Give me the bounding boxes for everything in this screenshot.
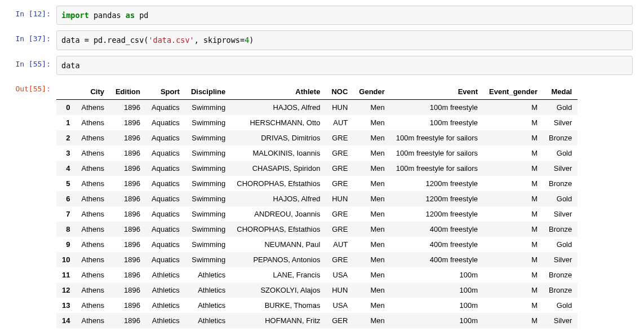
table-cell: 100m freestyle for sailors <box>390 145 483 161</box>
table-row: 7Athens1896AquaticsSwimmingANDREOU, Joan… <box>56 206 578 222</box>
table-cell: 1896 <box>110 222 146 237</box>
table-cell: Men <box>353 130 390 145</box>
table-cell: Athens <box>75 176 109 191</box>
table-cell: M <box>483 99 543 115</box>
table-cell: 100m <box>390 283 483 298</box>
table-cell: HAJOS, Alfred <box>231 99 326 115</box>
table-row-index: 3 <box>56 145 75 161</box>
table-column-header: Edition <box>110 84 146 100</box>
table-row: 14Athens1896AthleticsAthleticsHOFMANN, F… <box>56 313 578 328</box>
table-cell: M <box>483 298 543 313</box>
table-cell: Men <box>353 237 390 252</box>
table-cell: Athletics <box>185 313 231 328</box>
table-row-index: 0 <box>56 99 75 115</box>
table-row: 3Athens1896AquaticsSwimmingMALOKINIS, Io… <box>56 145 578 161</box>
table-cell: 1896 <box>110 115 146 130</box>
table-cell: Men <box>353 99 390 115</box>
input-prompt: In [37]: <box>11 30 56 50</box>
table-cell: GRE <box>326 252 353 267</box>
table-cell: Athens <box>75 130 109 145</box>
table-cell: Athens <box>75 252 109 267</box>
table-cell: Men <box>353 283 390 298</box>
table-cell: Men <box>353 252 390 267</box>
table-cell: Aquatics <box>146 252 185 267</box>
table-cell: CHOROPHAS, Efstathios <box>231 222 326 237</box>
table-cell: Men <box>353 222 390 237</box>
table-cell: Bronze <box>543 283 578 298</box>
table-cell: 1896 <box>110 99 146 115</box>
table-cell: Silver <box>543 161 578 176</box>
table-cell: Athens <box>75 161 109 176</box>
table-cell: PEPANOS, Antonios <box>231 252 326 267</box>
table-row: 1Athens1896AquaticsSwimmingHERSCHMANN, O… <box>56 115 578 130</box>
table-cell: Gold <box>543 237 578 252</box>
table-column-header: Medal <box>543 84 578 100</box>
table-cell: 100m freestyle for sailors <box>390 161 483 176</box>
table-row-index: 6 <box>56 191 75 206</box>
table-cell: Bronze <box>543 176 578 191</box>
table-cell: 100m freestyle <box>390 99 483 115</box>
table-cell: 1896 <box>110 145 146 161</box>
table-cell: Gold <box>543 298 578 313</box>
table-cell: Swimming <box>185 130 231 145</box>
table-row: 12Athens1896AthleticsAthleticsSZOKOLYI, … <box>56 283 578 298</box>
table-cell: M <box>483 176 543 191</box>
table-cell: Athletics <box>146 298 185 313</box>
table-cell: Gold <box>543 145 578 161</box>
table-cell: 100m <box>390 267 483 283</box>
table-row: 9Athens1896AquaticsSwimmingNEUMANN, Paul… <box>56 237 578 252</box>
table-row-index: 11 <box>56 267 75 283</box>
input-prompt: In [12]: <box>11 6 56 25</box>
table-cell: Athletics <box>146 283 185 298</box>
table-cell: 100m <box>390 313 483 328</box>
dataframe-table: CityEditionSportDisciplineAthleteNOCGend… <box>56 84 578 328</box>
table-cell: GRE <box>326 161 353 176</box>
table-cell: Athletics <box>146 267 185 283</box>
table-cell: 1200m freestyle <box>390 176 483 191</box>
table-cell: Athens <box>75 206 109 222</box>
table-column-header: City <box>75 84 109 100</box>
table-cell: Aquatics <box>146 130 185 145</box>
table-cell: 1896 <box>110 237 146 252</box>
table-cell: 1896 <box>110 130 146 145</box>
table-cell: HAJOS, Alfred <box>231 191 326 206</box>
code-input[interactable]: data = pd.read_csv('data.csv', skiprows=… <box>56 30 633 50</box>
table-row-index: 9 <box>56 237 75 252</box>
table-cell: Silver <box>543 206 578 222</box>
table-cell: Athletics <box>185 283 231 298</box>
table-row: 10Athens1896AquaticsSwimmingPEPANOS, Ant… <box>56 252 578 267</box>
code-input[interactable]: data <box>56 56 633 75</box>
table-cell: CHASAPIS, Spiridon <box>231 161 326 176</box>
table-cell: M <box>483 283 543 298</box>
table-cell: Swimming <box>185 161 231 176</box>
table-row-index: 1 <box>56 115 75 130</box>
table-column-header: Event_gender <box>483 84 543 100</box>
table-cell: 100m freestyle <box>390 115 483 130</box>
table-column-header: Athlete <box>231 84 326 100</box>
table-cell: USA <box>326 298 353 313</box>
table-cell: HUN <box>326 191 353 206</box>
table-cell: 1896 <box>110 267 146 283</box>
table-cell: 1896 <box>110 252 146 267</box>
table-row-index: 8 <box>56 222 75 237</box>
table-row: 8Athens1896AquaticsSwimmingCHOROPHAS, Ef… <box>56 222 578 237</box>
table-cell: Men <box>353 161 390 176</box>
table-cell: Swimming <box>185 99 231 115</box>
table-row: 0Athens1896AquaticsSwimmingHAJOS, Alfred… <box>56 99 578 115</box>
table-cell: Aquatics <box>146 115 185 130</box>
table-index-header <box>56 84 75 100</box>
table-cell: BURKE, Thomas <box>231 298 326 313</box>
table-cell: Swimming <box>185 145 231 161</box>
code-input[interactable]: import pandas as pd <box>56 6 633 25</box>
table-row-index: 2 <box>56 130 75 145</box>
table-cell: M <box>483 206 543 222</box>
table-row: 13Athens1896AthleticsAthleticsBURKE, Tho… <box>56 298 578 313</box>
table-cell: 1200m freestyle <box>390 206 483 222</box>
table-cell: Aquatics <box>146 191 185 206</box>
table-row: 11Athens1896AthleticsAthleticsLANE, Fran… <box>56 267 578 283</box>
table-cell: NEUMANN, Paul <box>231 237 326 252</box>
table-cell: Athens <box>75 191 109 206</box>
cell-content: data = pd.read_csv('data.csv', skiprows=… <box>56 30 633 50</box>
table-cell: Aquatics <box>146 222 185 237</box>
table-cell: Gold <box>543 99 578 115</box>
